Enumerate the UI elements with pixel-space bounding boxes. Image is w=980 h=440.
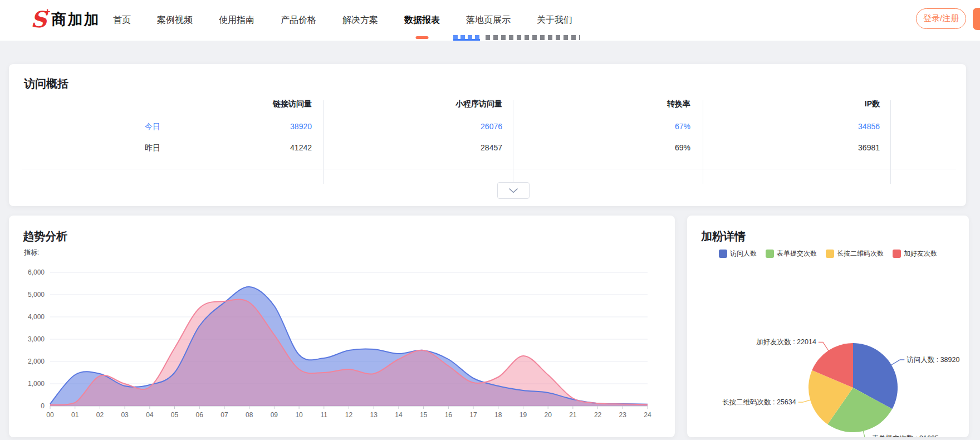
legend-label: 加好友次数 xyxy=(904,249,937,258)
svg-text:加好友次数 : 22014: 加好友次数 : 22014 xyxy=(756,338,816,346)
column-header: 小程序访问量 xyxy=(380,99,502,109)
brand-logo[interactable]: S+商加加 xyxy=(31,7,100,32)
svg-text:20: 20 xyxy=(544,411,552,419)
column-divider xyxy=(703,100,703,184)
clipped-subtab-fragments xyxy=(486,35,580,40)
column-divider xyxy=(323,100,324,184)
table-cell: 69% xyxy=(568,143,690,152)
svg-text:17: 17 xyxy=(469,411,477,419)
chevron-down-icon xyxy=(509,188,518,193)
table-cell: 36981 xyxy=(757,143,880,152)
active-subtab-underline xyxy=(453,39,480,41)
pie-legend: 访问人数 表单提交次数 长按二维码次数 加好友次数 xyxy=(687,249,969,258)
column-header: IP数 xyxy=(757,99,880,109)
svg-text:访问人数 : 38920: 访问人数 : 38920 xyxy=(906,356,959,364)
svg-text:4,000: 4,000 xyxy=(28,313,45,321)
card-divider xyxy=(22,169,956,169)
expand-button[interactable] xyxy=(497,182,530,199)
table-cell: 34856 xyxy=(757,122,880,131)
svg-text:2,000: 2,000 xyxy=(28,358,45,365)
table-cell: 26076 xyxy=(380,122,502,131)
logo-plus-icon: + xyxy=(45,6,51,18)
legend-label: 表单提交次数 xyxy=(777,249,817,258)
svg-text:10: 10 xyxy=(295,411,303,419)
svg-text:长按二维码次数 : 25634: 长按二维码次数 : 25634 xyxy=(722,398,796,406)
fan-details-card: 加粉详情 访问人数 表单提交次数 长按二维码次数 加好友次数 访问人数 : 38… xyxy=(687,216,969,437)
svg-text:00: 00 xyxy=(46,411,54,419)
nav-item-case-videos[interactable]: 案例视频 xyxy=(157,0,193,41)
legend-item[interactable]: 长按二维码次数 xyxy=(826,249,884,258)
svg-text:09: 09 xyxy=(271,411,278,419)
table-cell: 28457 xyxy=(380,143,502,152)
svg-text:08: 08 xyxy=(246,411,253,419)
nav-item-pricing[interactable]: 产品价格 xyxy=(281,0,316,41)
trend-analysis-card: 趋势分析 指标: 01,0002,0003,0004,0005,0006,000… xyxy=(9,216,675,437)
trend-area-chart[interactable]: 01,0002,0003,0004,0005,0006,000000102030… xyxy=(9,216,675,437)
legend-label: 访问人数 xyxy=(730,249,757,258)
svg-text:12: 12 xyxy=(345,411,353,419)
column-header: 链接访问量 xyxy=(189,99,312,109)
logo-text: 商加加 xyxy=(51,9,100,30)
column-header: 转换率 xyxy=(568,99,690,109)
svg-text:14: 14 xyxy=(395,411,403,419)
legend-label: 长按二维码次数 xyxy=(837,249,884,258)
legend-swatch xyxy=(766,250,774,258)
table-cell: 38920 xyxy=(189,122,312,131)
svg-text:1,000: 1,000 xyxy=(28,380,45,388)
svg-text:6,000: 6,000 xyxy=(28,268,45,276)
svg-text:表单提交次数 : 31605: 表单提交次数 : 31605 xyxy=(872,434,939,437)
svg-text:06: 06 xyxy=(196,411,204,419)
svg-text:5,000: 5,000 xyxy=(28,291,45,299)
svg-text:07: 07 xyxy=(220,411,228,419)
legend-item[interactable]: 表单提交次数 xyxy=(766,249,817,258)
login-register-button[interactable]: 登录/注册 xyxy=(916,8,966,29)
active-nav-indicator xyxy=(416,36,429,39)
legend-swatch xyxy=(719,250,727,258)
legend-swatch xyxy=(826,250,834,258)
svg-text:04: 04 xyxy=(146,411,154,419)
svg-text:23: 23 xyxy=(619,411,627,419)
svg-text:15: 15 xyxy=(420,411,428,419)
svg-text:11: 11 xyxy=(321,411,328,419)
svg-text:19: 19 xyxy=(520,411,527,419)
column-divider xyxy=(513,100,513,184)
svg-text:13: 13 xyxy=(370,411,378,419)
row-label-today: 今日 xyxy=(105,122,160,132)
svg-text:18: 18 xyxy=(494,411,502,419)
legend-swatch xyxy=(893,250,901,258)
fan-details-title: 加粉详情 xyxy=(701,229,746,244)
svg-text:03: 03 xyxy=(121,411,129,419)
svg-text:02: 02 xyxy=(96,411,104,419)
svg-text:21: 21 xyxy=(569,411,577,419)
table-cell: 67% xyxy=(568,122,690,131)
legend-item[interactable]: 访问人数 xyxy=(719,249,757,258)
svg-text:01: 01 xyxy=(71,411,79,419)
nav-item-label: 数据报表 xyxy=(404,14,440,26)
legend-item[interactable]: 加好友次数 xyxy=(893,249,937,258)
visit-overview-title: 访问概括 xyxy=(24,76,68,91)
nav-item-home[interactable]: 首页 xyxy=(113,0,131,41)
table-cell: 41242 xyxy=(189,143,312,152)
column-divider xyxy=(890,100,891,184)
svg-text:0: 0 xyxy=(41,402,45,410)
floating-edge-tab[interactable] xyxy=(973,8,980,30)
svg-text:24: 24 xyxy=(644,411,651,419)
nav-item-guide[interactable]: 使用指南 xyxy=(219,0,254,41)
svg-text:22: 22 xyxy=(594,411,602,419)
visit-overview-table: 链接访问量 小程序访问量 转换率 IP数 今日 38920 26076 67% … xyxy=(22,99,891,184)
row-label-yesterday: 昨日 xyxy=(105,143,160,153)
svg-text:05: 05 xyxy=(171,411,179,419)
svg-text:16: 16 xyxy=(445,411,453,419)
svg-text:3,000: 3,000 xyxy=(28,335,45,343)
nav-item-data-reports[interactable]: 数据报表 xyxy=(404,0,440,41)
fan-pie-chart[interactable]: 访问人数 : 38920表单提交次数 : 31605长按二维码次数 : 2563… xyxy=(687,271,969,437)
nav-item-solutions[interactable]: 解决方案 xyxy=(342,0,378,41)
visit-overview-card: 访问概括 链接访问量 小程序访问量 转换率 IP数 今日 38920 26076… xyxy=(9,64,966,206)
